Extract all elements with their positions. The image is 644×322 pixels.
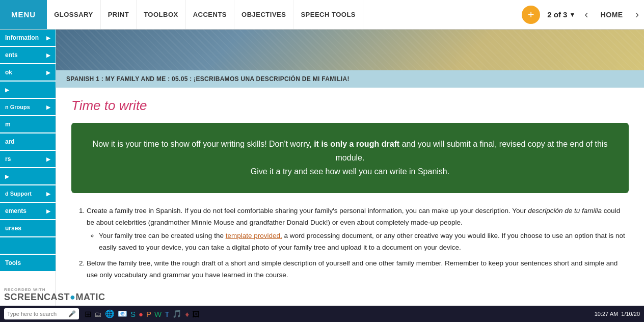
taskbar: 🎤 ⊞ 🗂 🌐 📧 S ● P W T 🎵 ♦ 🖼 10:27 AM 1/10/… xyxy=(0,306,644,322)
next-page-button[interactable]: › xyxy=(630,0,644,29)
sidebar-item-information[interactable]: Information xyxy=(0,30,56,46)
sidebar-item-4[interactable] xyxy=(0,82,56,98)
taskbar-time: 10:27 AM 1/10/20 xyxy=(595,311,640,317)
sidebar-item-rs[interactable]: rs xyxy=(0,151,56,167)
taskbar-icon-3[interactable]: 🌐 xyxy=(105,309,115,318)
date-display: 1/10/20 xyxy=(621,311,640,317)
screencast-watermark: RECORDED WITH SCREENCAST●MATIC xyxy=(4,287,105,303)
breadcrumb: SPANISH 1 : MY FAMILY AND ME : 05.05 : ¡… xyxy=(56,70,644,88)
green-box-bold: it is only a rough draft xyxy=(314,140,399,148)
sidebar-item-support[interactable]: d Support xyxy=(0,185,56,202)
nav-speech-tools[interactable]: SPEECH TOOLS xyxy=(293,0,363,29)
nav-print[interactable]: PRINT xyxy=(101,0,137,29)
instruction-item-1: Create a family tree in Spanish. If you … xyxy=(87,205,629,254)
taskbar-icon-11[interactable]: ♦ xyxy=(185,310,189,318)
page-dropdown-arrow: ▼ xyxy=(569,11,575,18)
sidebar-item-m[interactable]: m xyxy=(0,116,56,132)
sidebar-item-groups[interactable]: n Groups xyxy=(0,99,56,115)
nav-objectives[interactable]: OBJECTIVES xyxy=(234,0,293,29)
page-title: Time to write xyxy=(71,98,629,114)
page-navigation: + 2 of 3 ▼ ‹ HOME › xyxy=(519,0,644,29)
sidebar: Information ents ok n Groups m ard rs d … xyxy=(0,30,56,306)
instructions: Create a family tree in Spanish. If you … xyxy=(71,205,629,282)
content-body: Time to write Now it is your time to sho… xyxy=(56,88,644,296)
taskbar-icon-1[interactable]: ⊞ xyxy=(85,309,91,319)
taskbar-icon-6[interactable]: ● xyxy=(139,310,143,318)
nav-glossary[interactable]: GLOSSARY xyxy=(47,0,100,29)
menu-button[interactable]: MENU xyxy=(0,0,47,29)
taskbar-icon-10[interactable]: 🎵 xyxy=(172,309,182,318)
taskbar-icon-12[interactable]: 🖼 xyxy=(192,310,200,318)
breadcrumb-text: SPANISH 1 : MY FAMILY AND ME : 05.05 : ¡… xyxy=(66,75,350,83)
taskbar-icon-5[interactable]: S xyxy=(130,310,136,318)
instruction-item-2: Below the family tree, write the rough d… xyxy=(87,258,629,281)
recorded-with-label: RECORDED WITH xyxy=(4,287,105,292)
time-display: 10:27 AM xyxy=(595,311,618,317)
content-area: SPANISH 1 : MY FAMILY AND ME : 05.05 : ¡… xyxy=(56,30,644,306)
template-link[interactable]: template provided, xyxy=(226,232,282,239)
banner-pattern xyxy=(56,30,644,70)
taskbar-search[interactable]: 🎤 xyxy=(4,308,79,319)
top-navigation: MENU GLOSSARY PRINT TOOLBOX ACCENTS OBJE… xyxy=(0,0,644,30)
taskbar-icon-4[interactable]: 📧 xyxy=(118,309,127,318)
sidebar-item-tools[interactable]: Tools xyxy=(0,255,56,271)
sidebar-item-13[interactable] xyxy=(0,237,56,254)
below-family-tree-bold: Below the family tree, xyxy=(87,259,152,267)
sidebar-item-ard[interactable]: ard xyxy=(0,133,56,150)
instruction-sub-list: Your family tree can be created using th… xyxy=(87,230,629,254)
page-number: 2 of 3 xyxy=(547,10,567,19)
banner-image xyxy=(56,30,644,70)
nav-toolbox[interactable]: TOOLBOX xyxy=(137,0,186,29)
green-box-line1: Now it is your time to show off your wri… xyxy=(93,140,608,162)
green-instruction-box: Now it is your time to show off your wri… xyxy=(71,123,629,193)
rough-draft-bold: the rough draft xyxy=(171,259,216,267)
taskbar-search-input[interactable] xyxy=(7,311,68,317)
sidebar-item-ents[interactable]: ents xyxy=(0,47,56,63)
screencast-brand: SCREENCAST●MATIC xyxy=(4,292,105,303)
green-box-line3: Give it a try and see how well you can w… xyxy=(251,167,449,176)
taskbar-icon-9[interactable]: T xyxy=(165,310,169,318)
prev-page-button[interactable]: ‹ xyxy=(579,0,593,29)
italic-spanish: descripción de tu familia xyxy=(528,207,602,214)
taskbar-icon-7[interactable]: P xyxy=(146,310,151,318)
instruction-sub-item-1: Your family tree can be created using th… xyxy=(99,230,629,254)
taskbar-icon-8[interactable]: W xyxy=(154,310,162,318)
plus-button[interactable]: + xyxy=(522,6,540,24)
home-button[interactable]: HOME xyxy=(594,0,630,29)
taskbar-icon-2[interactable]: 🗂 xyxy=(94,310,102,318)
main-layout: Information ents ok n Groups m ard rs d … xyxy=(0,30,644,306)
microphone-icon[interactable]: 🎤 xyxy=(68,310,76,317)
instructions-list: Create a family tree in Spanish. If you … xyxy=(76,205,629,282)
nav-links: GLOSSARY PRINT TOOLBOX ACCENTS OBJECTIVE… xyxy=(47,0,519,29)
page-indicator[interactable]: 2 of 3 ▼ xyxy=(543,10,579,19)
sidebar-item-ements[interactable]: ements xyxy=(0,203,56,219)
sidebar-item-9[interactable] xyxy=(0,168,56,184)
nav-accents[interactable]: ACCENTS xyxy=(186,0,234,29)
sidebar-item-ok[interactable]: ok xyxy=(0,64,56,81)
sidebar-item-urses[interactable]: urses xyxy=(0,220,56,236)
